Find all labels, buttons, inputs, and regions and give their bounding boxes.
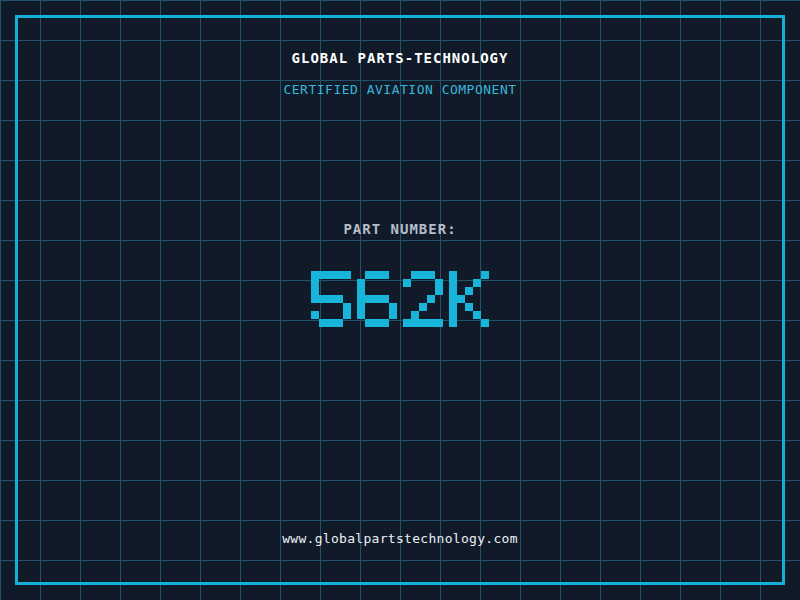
part-number-value: 562K [489,271,490,272]
certification-label: CERTIFIED AVIATION COMPONENT [0,82,800,97]
part-label-screen: GLOBAL PARTS-TECHNOLOGY CERTIFIED AVIATI… [0,0,800,600]
company-name: GLOBAL PARTS-TECHNOLOGY [0,50,800,66]
part-number-display [311,271,489,327]
website-url: www.globalpartstechnology.com [0,531,800,546]
part-number-label: PART NUMBER: [0,221,800,237]
part-number-wrap: 562K [0,271,800,331]
